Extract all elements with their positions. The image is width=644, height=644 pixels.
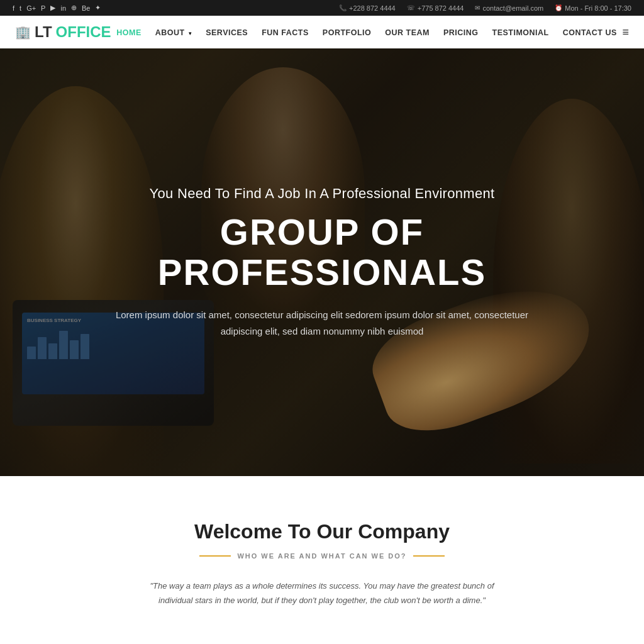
nav-item-portfolio[interactable]: PORTFOLIO (323, 26, 371, 38)
hero-description: Lorem ipsum dolor sit amet, consectetur … (102, 307, 542, 339)
nav-link-ourteam[interactable]: OUR TEAM (385, 28, 430, 37)
about-sub-label: WHO WE ARE AND WHAT CAN WE DO? (237, 552, 406, 560)
phone2: ☏ +775 872 4444 (407, 4, 464, 12)
extra-icon[interactable]: ✦ (95, 4, 101, 12)
section-divider: WHO WE ARE AND WHAT CAN WE DO? (25, 552, 619, 560)
pinterest-icon[interactable]: P (41, 4, 45, 12)
youtube-icon[interactable]: ▶ (50, 4, 55, 12)
hours-value: Mon - Fri 8:00 - 17:30 (565, 4, 631, 12)
phone2-value: +775 872 4444 (418, 4, 464, 12)
nav-item-pricing[interactable]: PRICING (443, 26, 479, 38)
hero-subtitle: You Need To Find A Job In A Professional… (77, 186, 567, 202)
facebook-icon[interactable]: f (13, 4, 14, 12)
logo-icon: 🏢 (15, 25, 31, 40)
divider-line-left (199, 555, 231, 557)
nav-item-funfacts[interactable]: FUN FACTS (262, 26, 309, 38)
top-bar: f t G+ P ▶ in ⊕ Be ✦ 📞 +228 872 4444 ☏ +… (0, 0, 644, 16)
hero-title: GROUP OF PROFESSIONALS (77, 212, 567, 292)
nav-link-contact[interactable]: CONTACT US (563, 28, 617, 37)
nav-links: HOME ABOUT SERVICES FUN FACTS PORTFOLIO … (116, 26, 616, 38)
hero-section: BUSINESS STRATEGY You Need To Find A Job… (0, 48, 644, 476)
navbar: 🏢 LT OFFICE HOME ABOUT SERVICES FUN FACT… (0, 16, 644, 48)
nav-item-about[interactable]: ABOUT (155, 26, 192, 38)
nav-item-services[interactable]: SERVICES (206, 26, 248, 38)
nav-link-services[interactable]: SERVICES (206, 28, 248, 37)
hero-content: You Need To Find A Job In A Professional… (39, 186, 605, 340)
nav-item-contact[interactable]: CONTACT US (563, 26, 617, 38)
about-section: Welcome To Our Company WHO WE ARE AND WH… (0, 476, 644, 644)
logo-office: OFFICE (56, 23, 111, 41)
linkedin-icon[interactable]: in (60, 4, 66, 12)
phone1: 📞 +228 872 4444 (339, 4, 396, 12)
phone2-icon: ☏ (407, 4, 415, 11)
behance-icon[interactable]: Be (82, 4, 90, 12)
twitter-icon[interactable]: t (19, 4, 21, 12)
contact-info: 📞 +228 872 4444 ☏ +775 872 4444 ✉ contac… (339, 4, 631, 12)
divider-line-right (413, 555, 445, 557)
phone1-value: +228 872 4444 (349, 4, 396, 12)
nav-item-home[interactable]: HOME (116, 26, 142, 38)
email-value: contact@email.com (482, 4, 543, 12)
nav-link-pricing[interactable]: PRICING (443, 28, 479, 37)
hours: ⏰ Mon - Fri 8:00 - 17:30 (555, 4, 631, 12)
logo[interactable]: 🏢 LT OFFICE (15, 23, 111, 41)
about-quote: "The way a team plays as a whole determi… (133, 579, 511, 608)
phone1-icon: 📞 (339, 4, 347, 11)
email-icon: ✉ (475, 4, 480, 11)
clock-icon: ⏰ (555, 4, 562, 11)
nav-link-about[interactable]: ABOUT (155, 28, 185, 37)
nav-item-testimonial[interactable]: TESTIMONIAL (492, 26, 549, 38)
googleplus-icon[interactable]: G+ (26, 4, 36, 12)
nav-link-portfolio[interactable]: PORTFOLIO (323, 28, 371, 37)
nav-item-ourteam[interactable]: OUR TEAM (385, 26, 430, 38)
about-title: Welcome To Our Company (25, 520, 619, 543)
logo-lt: LT (35, 23, 52, 41)
hamburger-menu-button[interactable]: ≡ (622, 26, 629, 39)
rss-icon[interactable]: ⊕ (71, 4, 77, 12)
nav-link-home[interactable]: HOME (116, 28, 142, 37)
nav-link-funfacts[interactable]: FUN FACTS (262, 28, 309, 37)
social-icons-group: f t G+ P ▶ in ⊕ Be ✦ (13, 4, 101, 12)
email: ✉ contact@email.com (475, 4, 543, 12)
nav-link-testimonial[interactable]: TESTIMONIAL (492, 28, 549, 37)
